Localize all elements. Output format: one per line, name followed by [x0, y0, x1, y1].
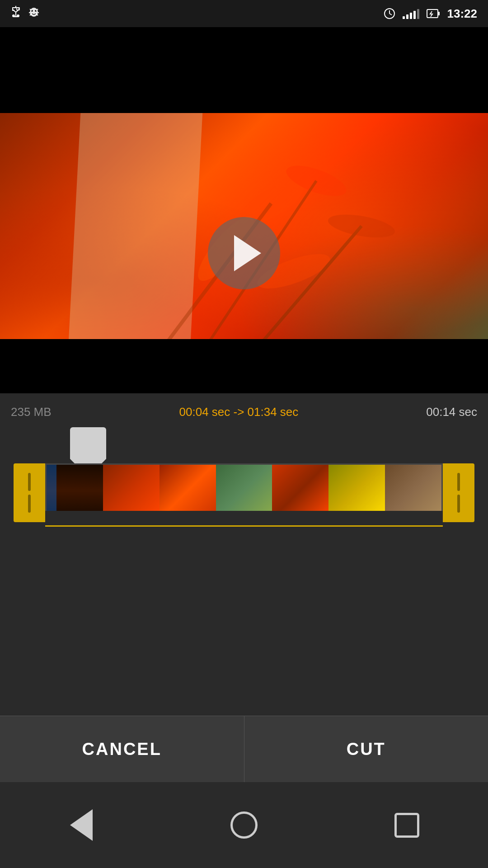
handle-line: [28, 495, 31, 513]
right-handle-lines: [457, 473, 460, 513]
nav-bar: [0, 782, 488, 868]
status-time: 13:22: [447, 7, 478, 21]
left-trim-handle[interactable]: [14, 463, 45, 522]
film-frame: [47, 465, 103, 511]
left-handle-lines: [28, 473, 31, 513]
recents-icon: [394, 813, 419, 838]
status-bar: 13:22: [0, 0, 488, 27]
cancel-button[interactable]: CANCEL: [0, 716, 244, 782]
handle-line: [28, 473, 31, 491]
info-row: 235 MB 00:04 sec -> 01:34 sec 00:14 sec: [0, 393, 488, 427]
signal-icon: [403, 8, 419, 19]
debug-icon: [28, 6, 40, 21]
time-range: 00:04 sec -> 01:34 sec: [179, 405, 299, 419]
trim-bottom-bar: [45, 515, 443, 527]
clock-icon: [384, 8, 395, 19]
svg-point-3: [30, 8, 38, 17]
film-selection: [47, 465, 56, 511]
film-frame: [272, 465, 328, 511]
play-button[interactable]: [208, 217, 280, 289]
scrubber-area[interactable]: [0, 427, 488, 463]
svg-rect-10: [438, 12, 440, 15]
film-frame: [328, 465, 385, 511]
recents-button[interactable]: [361, 802, 452, 848]
usb-icon: [11, 6, 21, 21]
film-frame: [216, 465, 272, 511]
svg-point-1: [17, 14, 19, 17]
status-left-icons: [11, 6, 40, 21]
scrubber-top: [70, 427, 106, 459]
play-icon: [234, 235, 261, 271]
cancel-label: CANCEL: [82, 740, 162, 759]
timeline-area: 235 MB 00:04 sec -> 01:34 sec 00:14 sec: [0, 393, 488, 716]
home-button[interactable]: [199, 802, 289, 848]
filmstrip-wrapper: [45, 463, 443, 511]
handle-line: [457, 495, 460, 513]
filmstrip: [45, 463, 443, 511]
film-frame: [160, 465, 216, 511]
bottom-black-area: [0, 339, 488, 393]
right-trim-handle[interactable]: [443, 463, 474, 522]
film-frame: [385, 465, 441, 511]
svg-line-8: [389, 14, 392, 15]
battery-icon: [427, 8, 440, 19]
cut-button[interactable]: CUT: [244, 716, 488, 782]
current-time: 00:14 sec: [426, 405, 477, 419]
cut-label: CUT: [347, 740, 386, 759]
back-button[interactable]: [36, 802, 127, 848]
action-buttons: CANCEL CUT: [0, 716, 488, 782]
status-right-icons: 13:22: [384, 7, 478, 21]
film-frame: [103, 465, 160, 511]
svg-point-0: [12, 14, 15, 17]
file-size: 235 MB: [11, 405, 52, 419]
back-icon: [70, 809, 93, 841]
trim-area[interactable]: [14, 463, 474, 527]
home-icon: [230, 811, 258, 839]
handle-line: [457, 473, 460, 491]
